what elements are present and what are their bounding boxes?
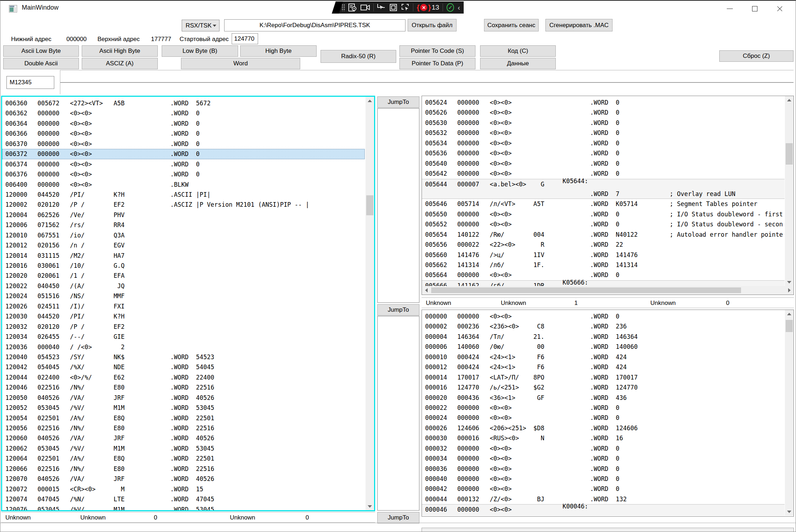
scrollbar-thumb[interactable] bbox=[431, 287, 741, 293]
jumpto-button-top[interactable]: JumpTo bbox=[377, 96, 419, 108]
jumpto-button-middle[interactable]: JumpTo bbox=[377, 304, 419, 316]
listing-line[interactable]: 000032000000<0><0>.WORD0 bbox=[422, 443, 785, 453]
jumpto-button-bottom[interactable]: JumpTo bbox=[377, 512, 419, 523]
overlay-vscrollbar[interactable] bbox=[785, 96, 794, 286]
listing-line[interactable]: 120014031115/M2/HA7 bbox=[2, 251, 365, 261]
listing-line[interactable]: 120006071562/rs/RR4 bbox=[2, 220, 365, 230]
low-byte-button[interactable]: Low Byte (B) bbox=[162, 45, 238, 57]
listing-line[interactable]: 120074047045/%N/LTE.WORD47045 bbox=[2, 494, 365, 504]
collapse-chevron-icon[interactable]: ‹ bbox=[458, 4, 460, 12]
listing-line[interactable]: 000014170017<LAT>/П/8PO.WORD170017 bbox=[422, 372, 785, 382]
listing-line[interactable]: 120062053045/%V/M1M.WORD53045 bbox=[2, 443, 365, 453]
listing-line[interactable]: 005624000000<0><0>.WORD0 bbox=[422, 97, 785, 107]
reset-button[interactable]: Сброс (Z) bbox=[719, 50, 794, 62]
listing-line[interactable]: .WORD000000 bbox=[422, 515, 785, 516]
listing-line[interactable]: 120030044520/PI/K?H bbox=[2, 311, 365, 321]
main-listing-vscrollbar[interactable] bbox=[366, 97, 374, 510]
cursor-region-icon[interactable] bbox=[401, 3, 409, 12]
listing-line[interactable]: 005626000000<0><0>.WORD0 bbox=[422, 107, 785, 117]
listing-line[interactable]: 000002000236<236><0>C8.WORD236 bbox=[422, 321, 785, 331]
code-button[interactable]: Код (С) bbox=[480, 45, 556, 57]
double-ascii-button[interactable]: Double Ascii bbox=[3, 58, 79, 69]
listing-line[interactable]: 000026124606<206><251>$D8.WORD124606 bbox=[422, 423, 785, 433]
listing-line[interactable]: 006370000000<0><0>.WORD0 bbox=[2, 139, 365, 149]
radix50-button[interactable]: Radix-50 (R) bbox=[321, 50, 396, 63]
format-select[interactable]: RSX/TSK bbox=[182, 20, 220, 31]
drag-grip-icon[interactable] bbox=[342, 4, 345, 11]
data-button[interactable]: Данные bbox=[480, 58, 556, 69]
pointer-to-data-button[interactable]: Pointer To Data (P) bbox=[399, 58, 475, 69]
listing-line[interactable]: 005660141476/>ц/1IV.WORD141476 bbox=[422, 250, 785, 260]
listing-line[interactable]: 005664000000<0><0>.WORD0 bbox=[422, 270, 785, 280]
listing-line[interactable]: 000030000016<RUS><0>N.WORD16 bbox=[422, 433, 785, 443]
listing-line[interactable]: 120010067551/io/Q3A bbox=[2, 230, 365, 240]
success-check-icon[interactable]: ✓ bbox=[447, 3, 454, 12]
listing-line[interactable]: 120044022400<0>/%/E62.WORD22400 bbox=[2, 372, 365, 382]
listing-line[interactable]: 005632000000<0><0>.WORD0 bbox=[422, 128, 785, 138]
listing-line[interactable]: 005634000000<0><0>.WORD0 bbox=[422, 138, 785, 148]
jumpto-list-middle[interactable] bbox=[377, 316, 419, 511]
listing-line[interactable]: 005662141314/лб/1F..WORD141314 bbox=[422, 260, 785, 270]
listing-line[interactable]: 120032020120/P /EF2 bbox=[2, 322, 365, 332]
close-button[interactable] bbox=[768, 1, 791, 16]
ascii-high-byte-button[interactable]: Ascii High Byte bbox=[82, 45, 158, 57]
capture-log-icon[interactable] bbox=[348, 3, 357, 12]
listing-line[interactable]: 006374000000<0><0>.WORD0 bbox=[2, 159, 365, 169]
word-button[interactable]: Word bbox=[181, 58, 300, 69]
listing-line[interactable]: 120040054523/SY/NK$.WORD54523 bbox=[2, 352, 365, 362]
ascii-low-byte-button[interactable]: Ascii Low Byte bbox=[3, 45, 79, 57]
listing-line[interactable]: 000022000000<0><0>.WORD0 bbox=[422, 403, 785, 413]
root-vscrollbar[interactable] bbox=[785, 310, 794, 516]
listing-line[interactable]: 120060040526/VA/JRF.WORD40526 bbox=[2, 433, 365, 443]
maximize-button[interactable] bbox=[743, 1, 766, 16]
listing-line[interactable]: 120046022516/N%/E80.WORD22516 bbox=[2, 382, 365, 392]
listing-line[interactable]: 120012020156/n /EGV bbox=[2, 240, 365, 250]
listing-line[interactable]: 120066022516/N%/E80.WORD22516 bbox=[2, 464, 365, 474]
listing-line[interactable]: 006360005672<272><VT>A5B.WORD5672 bbox=[2, 98, 365, 108]
listing-line[interactable]: 000006140060/0ю/00.WORD140060 bbox=[422, 342, 785, 352]
listing-line[interactable]: 000020000436<36><1>GF.WORD436 bbox=[422, 393, 785, 403]
high-byte-button[interactable]: High Byte bbox=[240, 45, 317, 57]
listing-line[interactable]: 005644000007<a.bel><0>GK05644: bbox=[422, 179, 785, 189]
listing-line[interactable]: 006372000000<0><0>.WORD0 bbox=[2, 149, 365, 159]
save-session-button[interactable]: Сохранить сеанс bbox=[484, 19, 539, 31]
listing-line[interactable]: 000046000000<0><0>K00046: bbox=[422, 504, 785, 514]
video-camera-icon[interactable] bbox=[361, 3, 370, 12]
listing-line[interactable]: 120026024511/I)/FXI bbox=[2, 301, 365, 311]
asciz-button[interactable]: ASCIZ (A) bbox=[82, 58, 158, 69]
listing-line[interactable]: 005630000000<0><0>.WORD0 bbox=[422, 118, 785, 128]
listing-line[interactable]: 120054022501/A%/E8Q.WORD22501 bbox=[2, 413, 365, 423]
listing-line[interactable]: 120052053045/%V/M1M.WORD53045 bbox=[2, 403, 365, 413]
listing-line[interactable]: 005642000000<0><0>.WORD0 bbox=[422, 169, 785, 179]
listing-line[interactable]: 006400000000<0><0>.BLKW bbox=[2, 180, 365, 190]
listing-line[interactable]: 000016124770/ь/<251>$G2.WORD124770 bbox=[422, 382, 785, 392]
listing-line[interactable]: 000044000132/Z/<0>BJ.WORD132 bbox=[422, 494, 785, 504]
listing-line[interactable]: 005652000000<0><0>.WORD0; I/O Status dou… bbox=[422, 219, 785, 229]
listing-line[interactable]: 120022040450/(A/JQ bbox=[2, 281, 365, 291]
jumpto-list-top[interactable] bbox=[377, 108, 419, 303]
listing-line[interactable]: 000024000000<0><0>.WORD0 bbox=[422, 413, 785, 423]
listing-line[interactable]: 006376000000<0><0>.WORD0 bbox=[2, 169, 365, 179]
listing-line[interactable]: 000000000000<0><0>.WORD0 bbox=[422, 311, 785, 321]
pointer-to-code-button[interactable]: Pointer To Code (S) bbox=[399, 45, 475, 57]
overlay-hscrollbar[interactable] bbox=[422, 286, 794, 295]
listing-line[interactable]: 120020020061/1 /EFA bbox=[2, 271, 365, 281]
listing-line[interactable]: 006366000000<0><0>.WORD0 bbox=[2, 129, 365, 139]
listing-line[interactable]: 000042000000<0><0>.WORD0 bbox=[422, 484, 785, 494]
listing-line[interactable]: 120072000015<CR><0>M.WORD15 bbox=[2, 484, 365, 494]
listing-line[interactable]: 120050040526/VA/JRF.WORD40526 bbox=[2, 393, 365, 403]
listing-line[interactable]: 120034026455/--/GIE bbox=[2, 332, 365, 342]
listing-line[interactable]: 005636000000<0><0>.WORD0 bbox=[422, 148, 785, 158]
listing-line[interactable]: 006362000000<0><0>.WORD0 bbox=[2, 108, 365, 118]
listing-line[interactable]: 005650000000<0><0>.WORD0; I/O Status dou… bbox=[422, 209, 785, 219]
listing-line[interactable]: 120056022516/N%/E80.WORD22516 bbox=[2, 423, 365, 433]
file-path-input[interactable] bbox=[224, 19, 405, 31]
cursor-select-icon[interactable] bbox=[377, 3, 386, 12]
minimize-button[interactable] bbox=[718, 1, 741, 16]
listing-line[interactable]: 120064022501/A%/E8Q.WORD22501 bbox=[2, 453, 365, 463]
start-address-input[interactable] bbox=[232, 33, 258, 44]
listing-line[interactable]: 005646005714/л/<VT>A5T.WORDK05714; Segme… bbox=[422, 199, 785, 209]
open-file-button[interactable]: Открыть файл bbox=[408, 19, 457, 31]
listing-line[interactable]: 000004146364/Тл/21..WORD146364 bbox=[422, 332, 785, 342]
listing-line[interactable]: 120024051516/NS/MMF bbox=[2, 291, 365, 301]
